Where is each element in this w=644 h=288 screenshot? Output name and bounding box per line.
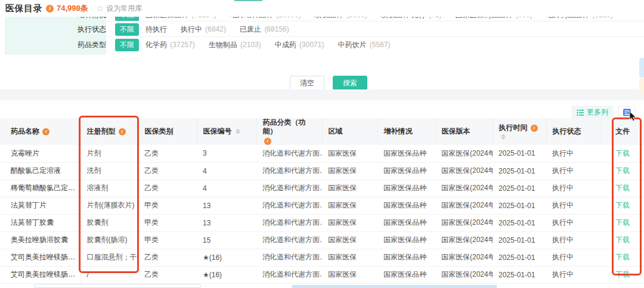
mouse-cursor-icon [629,112,637,122]
cell-drug-category: 消化道和代谢方面… [256,231,322,249]
table-row: 法莫替丁片片剂(薄膜衣片)；…甲类13消化道和代谢方面…国家医保国家医保品种国家… [0,197,644,214]
filter-row-2: 药品类型不限化学药 (37257)生物制品 (2103)中成药 (30071)中… [0,37,644,52]
right-edge-widget-blue[interactable] [639,58,644,78]
filter-option[interactable]: 待执行 [145,24,167,35]
drug-table: 药品名称i注册剂型i医保类别医保编号药品分类（功能）i区域增补情况医保版本执行时… [0,118,644,288]
clear-button[interactable]: 清空 [290,76,324,90]
tab-indicator [234,0,262,1]
cell-file: 下载 [601,179,644,197]
cell-insurance-class: 乙类 [138,145,197,162]
cell-dosage-form: 溶液剂 [80,179,138,197]
table-row: 醋酸氯己定溶液洗剂乙类4消化道和代谢方面…国家医保国家医保品种国家医保(2024… [0,162,644,179]
page-header: 医保目录 i 74,998条 ☆ 设为常用库 [0,0,644,17]
cell-dosage-form: 片剂(薄膜衣片)；… [80,197,138,214]
cell-drug-category: 消化道和代谢方面… [256,249,322,266]
right-edge-widget-cream[interactable] [639,78,644,94]
filter-option[interactable]: 中成药 (30071) [275,40,324,50]
cell-file: 下载 [601,145,644,162]
info-icon[interactable]: i [119,128,126,135]
filter-option-unlimited[interactable]: 不限 [115,23,139,36]
download-link[interactable]: 下载 [615,166,630,175]
cell-file: 下载 [601,283,644,288]
more-columns-button[interactable]: 更多列 [571,106,614,119]
cell-insurance-version: 国家医保(2024年版) [435,162,493,179]
cell-drug-name: 奥美拉唑肠溶胶囊 [0,231,80,249]
cell-insurance-class: 甲类 [138,231,197,249]
cell-drug-name: 醋酸氯己定溶液 [0,162,80,179]
table-row: 艾司奥美拉唑镁肠…口服混悬剂；干混…乙类★(16)消化道和代谢方面…国家医保国家… [0,249,644,266]
cell-file: 下载 [601,214,644,231]
more-columns-label: 更多列 [587,107,608,117]
download-link[interactable]: 下载 [615,184,630,192]
cell-insurance-class: 乙类 [138,162,197,179]
cell-exec-status: 执行中 [546,231,601,249]
option-count: (37257) [170,41,194,49]
cell-exec-date: 2025-01-01 [493,266,546,283]
cell-drug-category: 消化道和代谢方面… [256,145,322,162]
column-header-insurance-class: 医保类别 [138,118,197,145]
column-header-insurance-code[interactable]: 医保编号 [197,118,256,145]
cell-supplement-status: 国家医保品种 [377,214,435,231]
download-link[interactable]: 下载 [615,201,630,209]
info-icon[interactable]: i [42,128,49,135]
cell-drug-category: 消化道和代谢方面… [256,266,322,283]
cell-insurance-version: 国家医保(2024年版) [435,249,493,266]
search-button[interactable]: 搜索 [333,76,367,90]
cell-exec-date: 2025-01-01 [493,145,546,162]
set-favorite-link[interactable]: 设为常用库 [106,4,142,14]
sort-icon[interactable] [236,129,240,134]
column-label: 区域 [329,127,343,136]
table-row: 法莫替丁胶囊胶囊剂甲类13消化道和代谢方面…国家医保国家医保品种国家医保(202… [0,214,644,231]
page-title: 医保目录 [5,3,42,14]
download-link[interactable]: 下载 [615,253,630,261]
column-label: 注册剂型 [87,127,116,136]
download-link[interactable]: 下载 [615,236,630,244]
results-section: 更多列 药品名称i注册剂型i医保类别医保编号药品分类（功能）i区域增补情况医保版… [0,100,644,288]
cell-region: 国家医保 [322,197,377,214]
cell-exec-status: 执行中 [546,162,601,179]
column-header-dosage-form: 注册剂型i [80,118,138,145]
filter-option[interactable]: 化学药 (37257) [145,40,195,50]
column-label: 药品分类（功能） [263,118,316,136]
cell-insurance-code: 3 [197,145,256,162]
cell-region: 国家医保 [322,145,377,162]
filter-option[interactable]: 执行中 (6842) [181,24,226,35]
star-icon[interactable]: ☆ [97,4,104,13]
cell-drug-name: 克霉唑片 [0,145,80,162]
filter-option-unlimited[interactable]: 不限 [115,39,139,51]
cell-region: 国家医保 [322,249,377,266]
filter-label: 执行状态 [72,24,106,35]
info-icon[interactable]: i [46,5,54,13]
filter-option[interactable]: 中药饮片 (5567) [338,40,390,50]
cell-insurance-class: 甲类 [138,214,197,231]
column-label: 药品名称 [11,127,39,136]
table-row: 稀葡萄糖酸氯己定…溶液剂乙类4消化道和代谢方面…国家医保国家医保品种国家医保(2… [0,179,644,197]
info-icon[interactable]: i [531,125,538,132]
table-row: 艾司奥美拉唑镁肠…/乙类★(16)消化道和代谢方面…国家医保国家医保品种国家医保… [0,266,644,283]
column-header-exec-date[interactable]: 执行时间i [493,118,546,145]
filter-option[interactable]: 已废止 (68156) [240,24,289,35]
info-icon[interactable]: i [264,138,271,145]
cell-exec-status: 执行中 [546,249,601,266]
download-link[interactable]: 下载 [615,270,630,278]
cell-insurance-version: 国家医保(2024年版) [435,197,493,214]
cell-drug-name: 稀葡萄糖酸氯己定… [0,179,80,197]
cell-insurance-class: 乙类 [138,266,197,283]
cell-supplement-status: 国家医保品种 [377,162,435,179]
cell-supplement-status: 国家医保品种 [377,145,435,162]
filter-option[interactable]: 生物制品 (2103) [209,40,261,50]
download-link[interactable]: 下载 [615,149,630,157]
cell-file: 下载 [601,231,644,249]
sort-icon[interactable] [501,134,506,140]
cell-insurance-code: 15 [197,231,256,249]
download-link[interactable]: 下载 [615,218,630,227]
cell-insurance-version: 国家医保(2024年版) [435,214,493,231]
cell-dosage-form: 胶囊剂(肠溶) [80,231,138,249]
cell-supplement-status: 国家医保品种 [377,266,435,283]
column-header-supplement-status: 增补情况 [377,118,435,145]
column-header-region: 区域 [322,118,377,145]
table-row: 克霉唑片片剂乙类3消化道和代谢方面…国家医保国家医保品种国家医保(2024年版)… [0,145,644,162]
cell-dosage-form: 洗剂 [80,162,138,179]
cell-exec-date: 2025-01-01 [493,283,546,288]
horizontal-scrollbar-thumb[interactable] [34,284,201,288]
